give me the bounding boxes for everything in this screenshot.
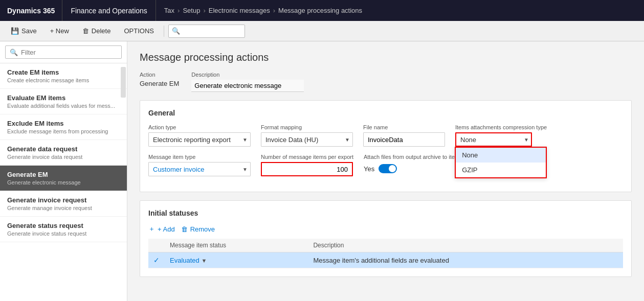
file-name-label: File name [363,124,445,130]
message-item-type-group: Message item type Customer invoice ▼ [148,154,251,176]
sidebar-item-title-5: Generate invoice request [7,196,120,204]
sidebar-item-3[interactable]: Generate data request Generate invoice d… [0,140,127,166]
sidebar-item-4[interactable]: Generate EM Generate electronic message [0,166,127,191]
general-section-title: General [148,109,623,117]
action-type-label: Action type [148,124,251,130]
attach-files-group: Attach files from output archive to ite.… [364,154,459,176]
message-item-type-select[interactable]: Customer invoice [148,162,251,176]
filter-input[interactable] [21,49,117,56]
form-header: Action Generate EM Description [140,72,632,92]
breadcrumb-em[interactable]: Electronic messages [209,7,270,14]
sidebar-items: Create EM items Create electronic messag… [0,63,127,242]
save-label: Save [21,27,37,35]
sidebar-item-title-1: Evaluate EM items [7,94,120,102]
compression-type-label: Items attachments compression type [455,124,547,130]
initial-statuses-title: Initial statuses [148,209,623,217]
sidebar-item-0[interactable]: Create EM items Create electronic messag… [0,63,127,89]
compression-type-wrapper: None GZIP ▼ None GZIP [455,132,547,147]
add-button[interactable]: ＋ + Add [148,224,175,234]
description-input[interactable] [191,80,304,92]
page-title: Message processing actions [140,52,632,63]
action-type-group: Action type Electronic reporting export … [148,124,251,147]
app-name: Finance and Operations [62,0,156,21]
attach-files-yes-label: Yes [364,165,374,173]
toggle-wrapper: Yes [364,164,459,173]
sidebar-item-subtitle-2: Exclude message items from processing [7,128,120,134]
description-field-group: Description [191,72,304,92]
action-value: Generate EM [140,80,179,87]
table-actions: ＋ + Add 🗑 Remove [148,224,623,234]
action-label: Action [140,72,179,78]
content-area: Message processing actions Action Genera… [127,41,644,301]
sidebar-item-6[interactable]: Generate status request Generate invoice… [0,217,127,242]
check-icon-0: ✓ [153,256,160,264]
col-status: Message item status [165,239,308,252]
save-icon: 💾 [11,27,19,35]
sidebar-item-5[interactable]: Generate invoice request Generate manage… [0,191,127,217]
brand-d365: Dynamics 365 [7,7,55,15]
toolbar-search[interactable]: 🔍 [168,25,245,38]
row-description-0: Message item's additional fields are eva… [308,252,623,268]
new-button[interactable]: + New [45,24,75,39]
toolbar-separator [164,26,164,37]
attach-files-toggle[interactable] [379,164,397,173]
brand: Dynamics 365 [0,0,62,21]
sep1: › [177,7,180,14]
sep2: › [203,7,205,14]
format-mapping-label: Format mapping [261,124,353,130]
sidebar-item-title-0: Create EM items [7,68,120,76]
top-nav: Dynamics 365 Finance and Operations Tax … [0,0,644,21]
sidebar-item-title-6: Generate status request [7,222,120,229]
main-layout: 🔍 Create EM items Create electronic mess… [0,41,644,301]
message-item-type-select-wrapper: Customer invoice ▼ [148,162,251,176]
compression-type-group: Items attachments compression type None … [455,124,547,147]
add-icon: ＋ [148,224,155,234]
action-field-group: Action Generate EM [140,72,179,92]
general-row2: Message item type Customer invoice ▼ Num… [148,154,623,176]
sidebar-item-2[interactable]: Exclude EM items Exclude message items f… [0,114,127,140]
num-items-label: Number of message items per export [261,154,353,160]
toggle-thumb [389,165,396,172]
format-mapping-group: Format mapping Invoice Data (HU) ▼ [261,124,353,147]
save-button[interactable]: 💾 Save [5,24,42,39]
breadcrumb-mpa: Message processing actions [278,7,362,14]
sidebar-item-subtitle-5: Generate manage invoice request [7,205,120,211]
file-name-input[interactable] [363,132,445,147]
breadcrumb-tax[interactable]: Tax [164,7,174,14]
sidebar-item-1[interactable]: Evaluate EM items Evaluate additional fi… [0,89,127,114]
sidebar-item-subtitle-4: Generate electronic message [7,179,120,186]
sidebar-item-subtitle-3: Generate invoice data request [7,154,120,160]
options-label: OPTIONS [124,27,154,35]
action-type-select-wrapper: Electronic reporting export ▼ [148,132,251,147]
format-mapping-select[interactable]: Invoice Data (HU) [261,132,353,147]
format-mapping-select-wrapper: Invoice Data (HU) ▼ [261,132,353,147]
message-item-type-label: Message item type [148,154,251,160]
remove-button[interactable]: 🗑 Remove [181,224,215,234]
remove-label: Remove [190,225,215,233]
scroll-indicator[interactable] [121,67,126,98]
compression-option-gzip[interactable]: GZIP [456,163,546,177]
filter-input-wrapper[interactable]: 🔍 [5,45,122,59]
sep3: › [273,7,275,14]
sidebar-item-subtitle-0: Create electronic message items [7,77,120,83]
num-items-group: Number of message items per export [261,154,353,176]
sidebar-item-subtitle-1: Evaluate additional fields values for me… [7,103,120,109]
compression-option-none[interactable]: None [456,148,546,163]
compression-type-select[interactable]: None GZIP [455,132,532,147]
breadcrumb-setup[interactable]: Setup [183,7,200,14]
sidebar-item-title-4: Generate EM [7,171,120,178]
attach-files-label: Attach files from output archive to ite.… [364,154,459,160]
initial-statuses-table: Message item status Description ✓ Evalua… [148,239,623,268]
row-status-0[interactable]: Evaluated ▼ [165,252,308,268]
search-input[interactable] [180,27,241,35]
row-check-0: ✓ [148,252,165,268]
options-button[interactable]: OPTIONS [118,24,160,39]
breadcrumb: Tax › Setup › Electronic messages › Mess… [156,7,370,14]
sidebar-item-title-3: Generate data request [7,145,120,153]
action-type-select[interactable]: Electronic reporting export [148,132,251,147]
add-label: + Add [158,225,175,233]
delete-button[interactable]: 🗑 Delete [77,24,117,39]
table-row[interactable]: ✓ Evaluated ▼ Message item's additional … [148,252,623,268]
description-label: Description [191,72,304,78]
num-items-input[interactable] [261,162,353,176]
